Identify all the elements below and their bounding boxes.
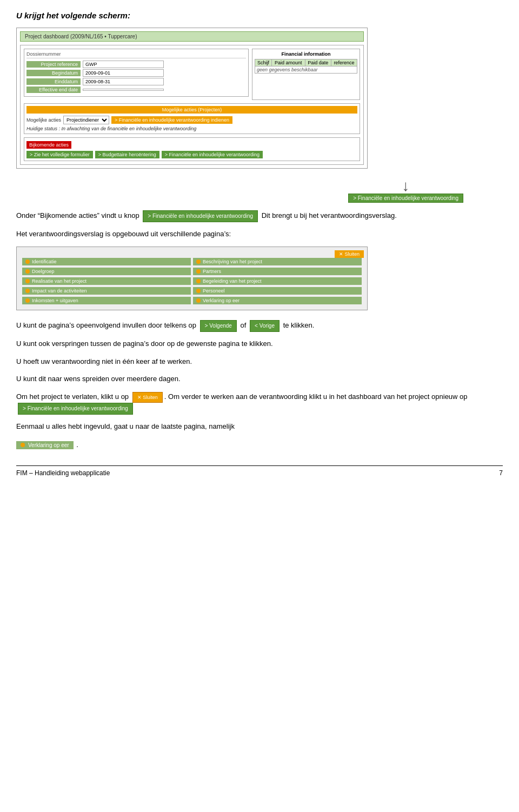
- vorige-button-inline[interactable]: Vorige: [250, 320, 280, 332]
- para1b: Dit brengt u bij het verantwoordingsvers…: [262, 211, 397, 219]
- para-vol-a: U kunt de pagina’s opeenvolgend invullen…: [16, 321, 196, 329]
- footer: FIM – Handleiding webapplicatie 7: [16, 465, 503, 477]
- dashboard-screenshot: Project dashboard (2009/NL/165 • Tupperc…: [16, 28, 368, 169]
- page-label-6: Impact van de activiteiten: [32, 288, 87, 294]
- page-item-impact[interactable]: Impact van de activiteiten: [22, 287, 191, 295]
- page-item-beschrijving[interactable]: Beschrijving van het project: [193, 258, 362, 265]
- bullet-icon-7: [196, 289, 201, 293]
- para-verlaten: Om het project te verlaten, klikt u op S…: [16, 391, 503, 415]
- page-label-0: Identificatie: [32, 259, 57, 264]
- pages-grid: Identificatie Beschrijving van het proje…: [22, 258, 362, 304]
- page-item-verklaring[interactable]: Verklaring op eer: [193, 297, 362, 304]
- bijkomende-acties-title: Bijkomende acties: [26, 141, 71, 149]
- bijkomende-btn-1[interactable]: Budgettaire heroëntering: [95, 151, 159, 158]
- arrow-down-icon: ↓: [402, 178, 410, 194]
- dossier-label: Dossiernummer: [26, 51, 246, 58]
- right-col: Financial information Schijf Paid amount…: [252, 49, 360, 100]
- page-label-5: Begeleiding van het project: [203, 278, 262, 284]
- verklaring-bar[interactable]: Verklaring op eer: [16, 441, 74, 449]
- page-item-partners[interactable]: Partners: [193, 268, 362, 275]
- page-content: U krijgt het volgende scherm: Project da…: [0, 0, 519, 488]
- pages-screenshot: Sluiten Identificatie Beschrijving van h…: [16, 247, 368, 310]
- field-value-0: GWP: [83, 61, 164, 68]
- no-data-cell: geen gegevens beschikbaar: [255, 66, 357, 74]
- sluiten-inline-btn[interactable]: Sluiten: [132, 392, 163, 403]
- sluiten-button[interactable]: Sluiten: [335, 250, 364, 258]
- footer-left: FIM – Handleiding webapplicatie: [16, 469, 110, 477]
- financiele-btn-inline2[interactable]: Financiële en inhoudelijke verantwoordin…: [18, 403, 133, 415]
- verklaring-container: Verklaring op eer .: [16, 439, 503, 449]
- arrow-button-row: ↓ Financiële en inhoudelijke verantwoord…: [16, 178, 503, 203]
- para-hoeft: U hoeft uw verantwoording niet in één ke…: [16, 356, 503, 368]
- col-schijf: Schijf: [255, 59, 272, 66]
- verklaring-bullet-icon: [21, 443, 25, 447]
- page-item-realisatie[interactable]: Realisatie van het project: [22, 277, 191, 285]
- bullet-icon-0: [25, 259, 30, 264]
- page-item-begeleiding[interactable]: Begeleiding van het project: [193, 277, 362, 285]
- acties-select[interactable]: Projectindiener: [63, 116, 109, 124]
- page-item-inkomsten[interactable]: Inkomsten + uitgaven: [22, 297, 191, 304]
- bullet-icon-8: [25, 298, 30, 303]
- financial-table: Schijf Paid amount Paid date reference g…: [255, 59, 357, 74]
- page-label-2: Doelgroep: [32, 269, 55, 274]
- mogelijke-acties-title: Mogelijke acties (Projecten): [26, 106, 357, 114]
- para-opgebouwd: Het verantwoordingsverslag is opgebouwd …: [16, 229, 503, 240]
- col-paid-amount: Paid amount: [272, 59, 305, 66]
- financial-box: Financial information Schijf Paid amount…: [252, 49, 360, 100]
- verklaring-label: Verklaring op eer: [28, 442, 69, 448]
- dashboard-title-bar: Project dashboard (2009/NL/165 • Tupperc…: [20, 31, 364, 42]
- bullet-icon-6: [25, 289, 30, 293]
- bijkomende-buttons: Zie het volledige formulier Budgettaire …: [26, 151, 357, 158]
- acties-row: Mogelijke acties Projectindiener Financi…: [26, 116, 357, 124]
- top-section: Dossiernummer Project reference GWP Begi…: [24, 49, 360, 100]
- acties-label: Mogelijke acties: [26, 117, 61, 123]
- para-ver-b: Om verder te werken aan de verantwoordin…: [168, 392, 468, 401]
- bullet-icon-3: [196, 269, 201, 274]
- page-label-1: Beschrijving van het project: [203, 259, 262, 264]
- para-ver-a: Om het project te verlaten, klikt u op: [16, 392, 129, 401]
- field-label-3: Effective end date: [26, 86, 81, 93]
- financiele-inline-ref[interactable]: Financiële en inhoudelijke verantwoordin…: [143, 210, 258, 222]
- page-item-identificatie[interactable]: Identificatie: [22, 258, 191, 265]
- bullet-icon-9: [196, 298, 201, 303]
- field-value-1: 2009-09-01: [83, 69, 164, 77]
- para-bijkomende: Onder “Bijkomende acties” vindt u knop F…: [16, 210, 503, 222]
- footer-right: 7: [499, 469, 503, 477]
- bijkomende-btn-0[interactable]: Zie het volledige formulier: [26, 151, 93, 158]
- para-verspringen: U kunt ook verspringen tussen de pagina’…: [16, 338, 503, 350]
- page-label-3: Partners: [203, 269, 221, 274]
- bullet-icon-1: [196, 259, 201, 264]
- acties-submit-button[interactable]: Financiële en inhoudelijke verantwoordin…: [111, 116, 232, 124]
- para-eenmaal: Eenmaal u alles hebt ingevuld, gaat u na…: [16, 421, 503, 432]
- financiele-verantwoording-btn-inline[interactable]: Financiële en inhoudelijke verantwoordin…: [348, 194, 463, 203]
- form-row-0: Project reference GWP: [26, 61, 246, 68]
- field-label-1: Begindatum: [26, 70, 81, 76]
- bijkomende-acties-section: Bijkomende acties Zie het volledige form…: [24, 137, 360, 161]
- verklaring-period: .: [76, 441, 78, 449]
- page-item-doelgroep[interactable]: Doelgroep: [22, 268, 191, 275]
- status-row: Huidige status : In afwachting van de fi…: [26, 126, 357, 131]
- left-col: Dossiernummer Project reference GWP Begi…: [24, 49, 249, 100]
- mogelijke-acties-section: Mogelijke acties (Projecten) Mogelijke a…: [24, 103, 360, 134]
- field-label-0: Project reference: [26, 61, 81, 68]
- para-wens: U kunt dit naar wens spreiden over meerd…: [16, 374, 503, 385]
- page-label-9: Verklaring op eer: [203, 298, 239, 303]
- dossier-section: Dossiernummer Project reference GWP Begi…: [24, 49, 249, 97]
- page-item-personeel[interactable]: Personeel: [193, 287, 362, 295]
- form-row-2: Einddatum 2009-08-31: [26, 78, 246, 85]
- form-row-1: Begindatum 2009-09-01: [26, 69, 246, 77]
- field-value-2: 2009-08-31: [83, 78, 164, 85]
- page-label-8: Inkomsten + uitgaven: [32, 298, 78, 303]
- intro-title: U krijgt het volgende scherm:: [16, 11, 503, 20]
- para1a: Onder “Bijkomende acties” vindt u knop: [16, 211, 139, 219]
- page-label-7: Personeel: [203, 288, 225, 294]
- field-label-2: Einddatum: [26, 78, 81, 85]
- bullet-icon-2: [25, 269, 30, 274]
- financial-title: Financial information: [255, 51, 357, 57]
- arrow-col: ↓ Financiële en inhoudelijke verantwoord…: [347, 178, 465, 203]
- col-paid-date: Paid date: [305, 59, 331, 66]
- bijkomende-btn-2[interactable]: Financiële en inhoudelijke verantwoordin…: [162, 151, 263, 158]
- field-value-3: [83, 89, 164, 91]
- volgende-button-inline[interactable]: Volgende: [200, 320, 237, 332]
- form-row-3: Effective end date: [26, 86, 246, 93]
